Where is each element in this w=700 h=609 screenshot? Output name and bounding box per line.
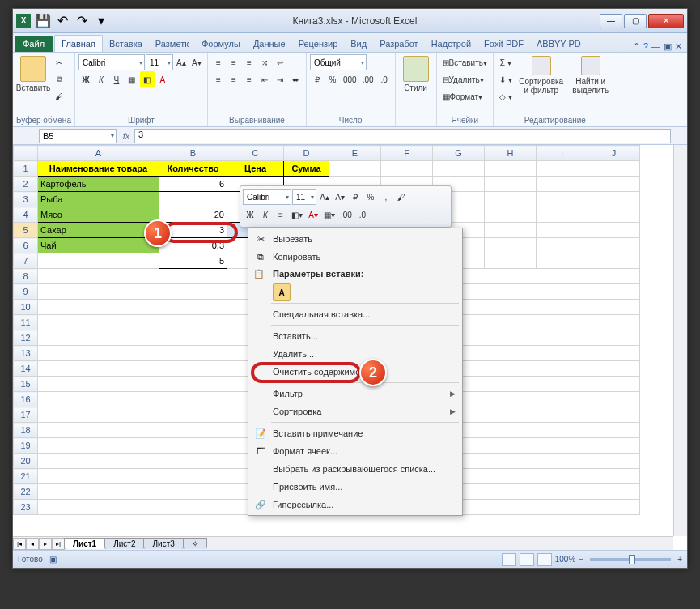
font-combo[interactable]: Calibri [78,54,145,70]
fill-icon[interactable]: ⬇ ▾ [497,71,515,87]
row-header[interactable]: 3 [14,192,38,207]
row-header[interactable]: 5 [14,223,38,238]
orientation-icon[interactable]: ⤭ [257,54,272,70]
mini-currency-icon[interactable]: ₽ [348,189,363,205]
increase-indent-icon[interactable]: ⇥ [273,71,287,87]
underline-button[interactable]: Ч [109,71,124,87]
cell[interactable]: Наименование товара [38,161,159,177]
mini-font-combo[interactable]: Calibri [243,189,291,205]
tab-foxit[interactable]: Foxit PDF [477,36,530,52]
tab-nav-prev[interactable]: ◂ [26,538,39,550]
align-top-icon[interactable]: ≡ [211,54,226,70]
cell[interactable]: Рыба [38,192,159,207]
mini-fill-icon[interactable]: ◧▾ [289,207,305,223]
menu-copy[interactable]: ⧉Копировать [250,248,460,266]
zoom-out-button[interactable]: − [579,555,583,564]
normal-view-button[interactable] [502,553,516,566]
col-header-g[interactable]: G [433,146,485,161]
tab-developer[interactable]: Разработ [373,36,424,52]
select-all[interactable] [14,146,38,161]
menu-clear[interactable]: Очистить содержимое [250,363,460,381]
name-box[interactable]: B5 [39,129,117,143]
menu-define-name[interactable]: Присвоить имя... [250,478,460,496]
format-painter-icon[interactable]: 🖌 [52,88,66,104]
decrease-font-icon[interactable]: A▾ [189,54,204,70]
cell[interactable]: Картофель [38,177,159,192]
col-header-a[interactable]: A [38,146,159,161]
mini-bold-button[interactable]: Ж [243,207,257,223]
mini-percent-icon[interactable]: % [363,189,378,205]
find-select-button[interactable]: Найти и выделить [568,54,613,96]
minimize-button[interactable]: — [600,14,622,28]
menu-delete[interactable]: Удалить... [250,345,460,363]
tab-nav-next[interactable]: ▸ [39,538,52,550]
zoom-slider[interactable] [590,558,671,561]
mini-font-color-icon[interactable]: A▾ [306,207,320,223]
border-icon[interactable]: ▦ [125,71,139,87]
cut-icon[interactable]: ✂ [52,54,66,70]
percent-icon[interactable]: % [325,71,340,87]
zoom-level[interactable]: 100% [555,555,576,564]
align-bottom-icon[interactable]: ≡ [242,54,257,70]
macro-record-icon[interactable]: ▣ [49,555,57,564]
bold-button[interactable]: Ж [78,71,93,87]
row-header[interactable]: 6 [14,238,38,253]
col-header-f[interactable]: F [381,146,433,161]
file-tab[interactable]: Файл [15,36,53,52]
zoom-in-button[interactable]: + [677,555,682,564]
tab-home[interactable]: Главная [54,35,103,52]
tab-nav-first[interactable]: |◂ [13,538,26,550]
menu-filter[interactable]: Фильтр▶ [250,385,460,402]
paste-button[interactable]: Вставить [16,54,50,94]
menu-cut[interactable]: ✂Вырезать [250,230,460,248]
col-header-c[interactable]: C [227,146,284,161]
align-left-icon[interactable]: ≡ [211,71,226,87]
mini-align-icon[interactable]: ≡ [274,207,288,223]
doc-restore-icon[interactable]: ▣ [664,41,672,52]
menu-insert[interactable]: Вставить... [250,327,460,345]
cell[interactable]: Чай [38,238,159,253]
menu-pick-from-list[interactable]: Выбрать из раскрывающегося списка... [250,460,460,478]
page-layout-view-button[interactable] [520,553,534,566]
mini-comma-icon[interactable]: , [379,189,393,205]
menu-hyperlink[interactable]: 🔗Гиперссылка... [250,496,460,513]
redo-icon[interactable]: ↷ [73,12,91,30]
tab-abbyy[interactable]: ABBYY PD [530,36,588,52]
mini-shrink-font-icon[interactable]: A▾ [333,189,347,205]
col-header-j[interactable]: J [588,146,640,161]
comma-icon[interactable]: 000 [341,71,359,87]
italic-button[interactable]: К [94,71,108,87]
maximize-button[interactable]: ▢ [624,14,647,28]
cell[interactable]: Сахар [38,223,159,238]
fill-color-icon[interactable]: ◧ [140,71,155,87]
decrease-indent-icon[interactable]: ⇤ [257,71,272,87]
styles-button[interactable]: Стили [399,54,433,94]
cell[interactable]: 20 [159,207,227,223]
clear-icon[interactable]: ◇ ▾ [497,88,515,104]
menu-paste-special[interactable]: Специальная вставка... [250,305,460,323]
col-header-b[interactable]: B [159,146,227,161]
increase-font-icon[interactable]: A▴ [174,54,189,70]
col-header-i[interactable]: I [537,146,588,161]
copy-icon[interactable]: ⧉ [52,71,66,87]
mini-border-icon[interactable]: ▦▾ [321,207,337,223]
cell[interactable]: 5 [159,253,227,269]
tab-addins[interactable]: Надстрой [425,36,477,52]
currency-icon[interactable]: ₽ [310,71,325,87]
align-middle-icon[interactable]: ≡ [227,54,241,70]
align-center-icon[interactable]: ≡ [227,71,241,87]
wrap-text-icon[interactable]: ↩ [273,54,287,70]
tab-formulas[interactable]: Формулы [195,36,247,52]
page-break-view-button[interactable] [537,553,552,566]
number-format-combo[interactable]: Общий [310,54,367,70]
menu-sort[interactable]: Сортировка▶ [250,402,460,420]
font-size-combo[interactable]: 11 [146,54,173,70]
formula-input[interactable]: 3 [134,129,671,143]
new-sheet-button[interactable]: ✧ [183,538,207,549]
mini-dec-dec-icon[interactable]: .0 [355,207,370,223]
tab-data[interactable]: Данные [247,36,292,52]
mini-grow-font-icon[interactable]: A▴ [317,189,332,205]
undo-icon[interactable]: ↶ [53,12,71,30]
row-header[interactable]: 7 [14,253,38,269]
tab-layout[interactable]: Разметк [149,36,195,52]
